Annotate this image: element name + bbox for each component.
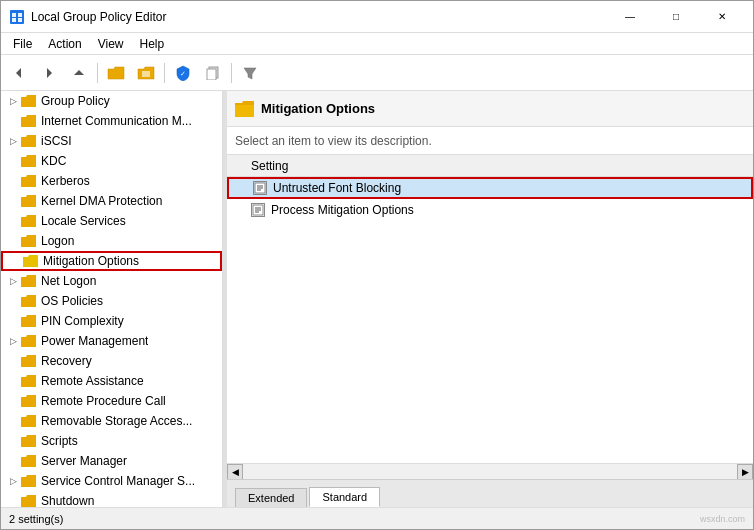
toolbar-btn-shield[interactable]: ✓ [169,59,197,87]
svg-marker-6 [47,68,52,78]
toolbar-separator-1 [97,63,98,83]
shield-icon: ✓ [176,65,190,81]
right-header-title: Mitigation Options [261,101,375,116]
tree-label-os-policies: OS Policies [41,294,103,308]
folder-icon-2 [137,66,155,80]
bottom-scroll[interactable]: ◀ ▶ [227,463,753,479]
tree-item-pin[interactable]: PIN Complexity [1,311,222,331]
tree-item-internet-comm[interactable]: Internet Communication M... [1,111,222,131]
tree-label-group-policy: Group Policy [41,94,110,108]
toolbar-btn-filter[interactable] [236,59,264,87]
tree-item-remote-assistance[interactable]: Remote Assistance [1,371,222,391]
setting-icon-process [251,203,265,217]
tab-standard[interactable]: Standard [309,487,380,507]
tree-item-group-policy[interactable]: ▷ Group Policy [1,91,222,111]
list-header: Setting [227,155,753,177]
toolbar-btn-folder2[interactable] [132,59,160,87]
back-button[interactable] [5,59,33,87]
list-area[interactable]: Setting Untrusted Font Blocking [227,155,753,463]
expand-removable [5,413,21,429]
tree-item-shutdown[interactable]: Shutdown [1,491,222,507]
tree-item-locale[interactable]: Locale Services [1,211,222,231]
expand-power[interactable]: ▷ [5,333,21,349]
maximize-button[interactable]: □ [653,1,699,33]
folder-icon-recovery [21,354,37,368]
tree-item-kdc[interactable]: KDC [1,151,222,171]
tree-item-removable[interactable]: Removable Storage Acces... [1,411,222,431]
tree-item-os-policies[interactable]: OS Policies [1,291,222,311]
tree-label-power: Power Management [41,334,148,348]
expand-kdc [5,153,21,169]
forward-button[interactable] [35,59,63,87]
tree-label-kdc: KDC [41,154,66,168]
expand-os-policies [5,293,21,309]
tree-item-remote-procedure[interactable]: Remote Procedure Call [1,391,222,411]
expand-group-policy[interactable]: ▷ [5,93,21,109]
tree-label-internet-comm: Internet Communication M... [41,114,192,128]
tree-item-logon[interactable]: Logon [1,231,222,251]
expand-remote-assistance [5,373,21,389]
close-button[interactable]: ✕ [699,1,745,33]
tree-label-scripts: Scripts [41,434,78,448]
expand-remote-procedure [5,393,21,409]
tree-item-kerberos[interactable]: Kerberos [1,171,222,191]
menu-action[interactable]: Action [40,35,89,53]
tree-item-recovery[interactable]: Recovery [1,351,222,371]
scroll-left-arrow[interactable]: ◀ [227,464,243,480]
scroll-right-arrow[interactable]: ▶ [737,464,753,480]
h-scroll-track[interactable] [259,466,721,478]
tab-extended[interactable]: Extended [235,488,307,507]
folder-icon-1 [107,66,125,80]
expand-kerberos [5,173,21,189]
svg-rect-11 [207,69,216,80]
expand-service-control[interactable]: ▷ [5,473,21,489]
title-bar-controls: — □ ✕ [607,1,745,33]
toolbar-btn-copy[interactable] [199,59,227,87]
folder-icon-removable [21,414,37,428]
svg-marker-12 [244,68,256,79]
tree-item-service-control[interactable]: ▷ Service Control Manager S... [1,471,222,491]
svg-marker-5 [16,68,21,78]
tree-item-iscsi[interactable]: ▷ iSCSI [1,131,222,151]
tree-label-mitigation: Mitigation Options [43,254,139,268]
tree-item-mitigation[interactable]: Mitigation Options [1,251,222,271]
tree-label-service-control: Service Control Manager S... [41,474,195,488]
svg-marker-7 [74,70,84,75]
tree-item-scripts[interactable]: Scripts [1,431,222,451]
list-item-untrusted-font[interactable]: Untrusted Font Blocking [227,177,753,199]
menu-bar: File Action View Help [1,33,753,55]
menu-view[interactable]: View [90,35,132,53]
description-text: Select an item to view its description. [235,134,432,148]
menu-file[interactable]: File [5,35,40,53]
expand-mitigation [7,253,23,269]
window: Local Group Policy Editor — □ ✕ File Act… [0,0,754,530]
list-item-process-mitigation[interactable]: Process Mitigation Options [227,199,753,221]
forward-icon [43,67,55,79]
expand-locale [5,213,21,229]
tree-item-net-logon[interactable]: ▷ Net Logon [1,271,222,291]
expand-net-logon[interactable]: ▷ [5,273,21,289]
folder-icon-server-manager [21,454,37,468]
tree-item-power[interactable]: ▷ Power Management [1,331,222,351]
expand-shutdown [5,493,21,507]
expand-iscsi[interactable]: ▷ [5,133,21,149]
expand-scripts [5,433,21,449]
tree-label-remote-procedure: Remote Procedure Call [41,394,166,408]
tree-item-server-manager[interactable]: Server Manager [1,451,222,471]
folder-icon-service-control [21,474,37,488]
tree-label-server-manager: Server Manager [41,454,127,468]
back-icon [13,67,25,79]
tree-label-locale: Locale Services [41,214,126,228]
folder-icon-kdc [21,154,37,168]
menu-help[interactable]: Help [132,35,173,53]
folder-icon-mitigation [23,254,39,268]
tree-label-kerberos: Kerberos [41,174,90,188]
toolbar-btn-folder1[interactable] [102,59,130,87]
svg-rect-1 [12,13,16,17]
minimize-button[interactable]: — [607,1,653,33]
tree-panel[interactable]: ▷ Group Policy Internet Communication M.… [1,91,223,507]
title-bar-left: Local Group Policy Editor [9,9,166,25]
up-button[interactable] [65,59,93,87]
up-icon [73,67,85,79]
tree-item-kernel-dma[interactable]: Kernel DMA Protection [1,191,222,211]
